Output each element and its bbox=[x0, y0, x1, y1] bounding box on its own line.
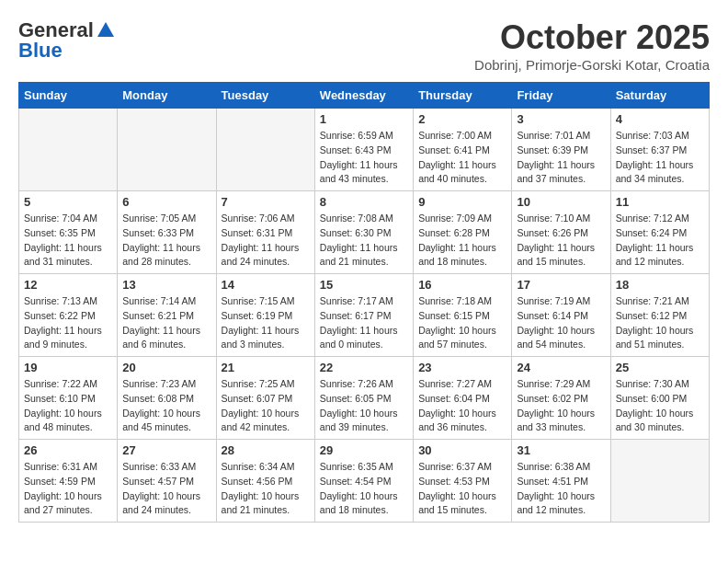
month-title: October 2025 bbox=[474, 18, 710, 57]
day-info: Sunrise: 7:26 AM Sunset: 6:05 PM Dayligh… bbox=[320, 377, 408, 435]
day-info: Sunrise: 7:22 AM Sunset: 6:10 PM Dayligh… bbox=[24, 377, 112, 435]
day-number: 23 bbox=[418, 361, 506, 374]
day-info: Sunrise: 7:10 AM Sunset: 6:26 PM Dayligh… bbox=[517, 212, 605, 270]
calendar-cell: 25Sunrise: 7:30 AM Sunset: 6:00 PM Dayli… bbox=[610, 357, 709, 440]
day-header-thursday: Thursday bbox=[414, 83, 512, 109]
day-number: 7 bbox=[222, 195, 310, 209]
day-number: 16 bbox=[418, 278, 506, 292]
calendar-cell: 20Sunrise: 7:23 AM Sunset: 6:08 PM Dayli… bbox=[118, 357, 216, 440]
calendar-cell: 19Sunrise: 7:22 AM Sunset: 6:10 PM Dayli… bbox=[19, 357, 118, 440]
calendar-body: 1Sunrise: 6:59 AM Sunset: 6:43 PM Daylig… bbox=[19, 109, 710, 523]
day-info: Sunrise: 7:09 AM Sunset: 6:28 PM Dayligh… bbox=[418, 212, 506, 270]
day-info: Sunrise: 7:15 AM Sunset: 6:19 PM Dayligh… bbox=[222, 294, 310, 352]
day-number: 5 bbox=[24, 195, 112, 209]
day-info: Sunrise: 7:27 AM Sunset: 6:04 PM Dayligh… bbox=[418, 377, 506, 435]
day-info: Sunrise: 7:29 AM Sunset: 6:02 PM Dayligh… bbox=[517, 377, 605, 435]
calendar-cell: 13Sunrise: 7:14 AM Sunset: 6:21 PM Dayli… bbox=[118, 274, 216, 357]
page-header: General Blue October 2025 Dobrinj, Primo… bbox=[18, 18, 710, 73]
calendar-week-1: 1Sunrise: 6:59 AM Sunset: 6:43 PM Daylig… bbox=[19, 109, 710, 191]
calendar-cell: 2Sunrise: 7:00 AM Sunset: 6:41 PM Daylig… bbox=[414, 109, 512, 191]
day-number: 10 bbox=[517, 195, 605, 209]
calendar-cell: 17Sunrise: 7:19 AM Sunset: 6:14 PM Dayli… bbox=[512, 274, 610, 357]
day-number: 6 bbox=[122, 195, 210, 209]
day-number: 4 bbox=[616, 112, 704, 126]
calendar-cell: 15Sunrise: 7:17 AM Sunset: 6:17 PM Dayli… bbox=[314, 274, 413, 357]
calendar-cell: 8Sunrise: 7:08 AM Sunset: 6:30 PM Daylig… bbox=[314, 191, 413, 274]
calendar-cell: 4Sunrise: 7:03 AM Sunset: 6:37 PM Daylig… bbox=[610, 109, 709, 191]
calendar-table: SundayMondayTuesdayWednesdayThursdayFrid… bbox=[18, 82, 710, 523]
calendar-header-row: SundayMondayTuesdayWednesdayThursdayFrid… bbox=[19, 83, 710, 109]
day-info: Sunrise: 6:33 AM Sunset: 4:57 PM Dayligh… bbox=[122, 460, 210, 518]
day-number: 18 bbox=[616, 278, 704, 292]
calendar-cell: 24Sunrise: 7:29 AM Sunset: 6:02 PM Dayli… bbox=[512, 357, 610, 440]
day-number: 21 bbox=[222, 361, 310, 374]
calendar-cell: 1Sunrise: 6:59 AM Sunset: 6:43 PM Daylig… bbox=[314, 109, 413, 191]
calendar-cell: 11Sunrise: 7:12 AM Sunset: 6:24 PM Dayli… bbox=[610, 191, 709, 274]
svg-marker-0 bbox=[97, 22, 114, 37]
calendar-cell: 23Sunrise: 7:27 AM Sunset: 6:04 PM Dayli… bbox=[414, 357, 512, 440]
day-number: 22 bbox=[320, 361, 408, 374]
day-header-wednesday: Wednesday bbox=[314, 83, 413, 109]
day-header-friday: Friday bbox=[512, 83, 610, 109]
day-header-tuesday: Tuesday bbox=[216, 83, 314, 109]
calendar-cell: 6Sunrise: 7:05 AM Sunset: 6:33 PM Daylig… bbox=[118, 191, 216, 274]
day-info: Sunrise: 7:00 AM Sunset: 6:41 PM Dayligh… bbox=[418, 129, 506, 187]
day-header-sunday: Sunday bbox=[19, 83, 118, 109]
day-number: 8 bbox=[320, 195, 408, 209]
day-number: 11 bbox=[616, 195, 704, 209]
calendar-cell: 3Sunrise: 7:01 AM Sunset: 6:39 PM Daylig… bbox=[512, 109, 610, 191]
day-info: Sunrise: 6:37 AM Sunset: 4:53 PM Dayligh… bbox=[418, 460, 506, 518]
calendar-week-5: 26Sunrise: 6:31 AM Sunset: 4:59 PM Dayli… bbox=[19, 440, 710, 523]
day-info: Sunrise: 7:05 AM Sunset: 6:33 PM Dayligh… bbox=[122, 212, 210, 270]
calendar-cell bbox=[19, 109, 118, 191]
day-info: Sunrise: 7:21 AM Sunset: 6:12 PM Dayligh… bbox=[616, 294, 704, 352]
calendar-cell: 12Sunrise: 7:13 AM Sunset: 6:22 PM Dayli… bbox=[19, 274, 118, 357]
day-info: Sunrise: 7:06 AM Sunset: 6:31 PM Dayligh… bbox=[222, 212, 310, 270]
day-info: Sunrise: 7:01 AM Sunset: 6:39 PM Dayligh… bbox=[517, 129, 605, 187]
day-info: Sunrise: 6:59 AM Sunset: 6:43 PM Dayligh… bbox=[320, 129, 408, 187]
day-info: Sunrise: 6:34 AM Sunset: 4:56 PM Dayligh… bbox=[222, 460, 310, 518]
calendar-cell: 26Sunrise: 6:31 AM Sunset: 4:59 PM Dayli… bbox=[19, 440, 118, 523]
day-number: 30 bbox=[418, 443, 506, 457]
calendar-cell bbox=[216, 109, 314, 191]
calendar-cell: 18Sunrise: 7:21 AM Sunset: 6:12 PM Dayli… bbox=[610, 274, 709, 357]
day-number: 15 bbox=[320, 278, 408, 292]
calendar-cell: 9Sunrise: 7:09 AM Sunset: 6:28 PM Daylig… bbox=[414, 191, 512, 274]
day-number: 1 bbox=[320, 112, 408, 126]
calendar-cell: 31Sunrise: 6:38 AM Sunset: 4:51 PM Dayli… bbox=[512, 440, 610, 523]
day-info: Sunrise: 7:23 AM Sunset: 6:08 PM Dayligh… bbox=[122, 377, 210, 435]
day-number: 31 bbox=[517, 443, 605, 457]
day-info: Sunrise: 7:30 AM Sunset: 6:00 PM Dayligh… bbox=[616, 377, 704, 435]
day-number: 9 bbox=[418, 195, 506, 209]
day-number: 20 bbox=[122, 361, 210, 374]
day-number: 19 bbox=[24, 361, 112, 374]
calendar-week-4: 19Sunrise: 7:22 AM Sunset: 6:10 PM Dayli… bbox=[19, 357, 710, 440]
day-number: 29 bbox=[320, 443, 408, 457]
day-info: Sunrise: 7:04 AM Sunset: 6:35 PM Dayligh… bbox=[24, 212, 112, 270]
day-header-monday: Monday bbox=[118, 83, 216, 109]
day-info: Sunrise: 7:13 AM Sunset: 6:22 PM Dayligh… bbox=[24, 294, 112, 352]
calendar-cell: 22Sunrise: 7:26 AM Sunset: 6:05 PM Dayli… bbox=[314, 357, 413, 440]
day-info: Sunrise: 7:03 AM Sunset: 6:37 PM Dayligh… bbox=[616, 129, 704, 187]
day-number: 3 bbox=[517, 112, 605, 126]
calendar-cell bbox=[118, 109, 216, 191]
day-info: Sunrise: 6:35 AM Sunset: 4:54 PM Dayligh… bbox=[320, 460, 408, 518]
calendar-cell: 10Sunrise: 7:10 AM Sunset: 6:26 PM Dayli… bbox=[512, 191, 610, 274]
calendar-cell: 30Sunrise: 6:37 AM Sunset: 4:53 PM Dayli… bbox=[414, 440, 512, 523]
calendar-week-2: 5Sunrise: 7:04 AM Sunset: 6:35 PM Daylig… bbox=[19, 191, 710, 274]
logo-blue: Blue bbox=[18, 39, 63, 63]
calendar-cell: 7Sunrise: 7:06 AM Sunset: 6:31 PM Daylig… bbox=[216, 191, 314, 274]
calendar-week-3: 12Sunrise: 7:13 AM Sunset: 6:22 PM Dayli… bbox=[19, 274, 710, 357]
day-info: Sunrise: 6:38 AM Sunset: 4:51 PM Dayligh… bbox=[517, 460, 605, 518]
logo-icon bbox=[96, 20, 116, 40]
day-info: Sunrise: 7:19 AM Sunset: 6:14 PM Dayligh… bbox=[517, 294, 605, 352]
calendar-cell: 28Sunrise: 6:34 AM Sunset: 4:56 PM Dayli… bbox=[216, 440, 314, 523]
day-number: 14 bbox=[222, 278, 310, 292]
location: Dobrinj, Primorje-Gorski Kotar, Croatia bbox=[474, 57, 710, 73]
day-info: Sunrise: 7:18 AM Sunset: 6:15 PM Dayligh… bbox=[418, 294, 506, 352]
day-number: 17 bbox=[517, 278, 605, 292]
day-number: 27 bbox=[122, 443, 210, 457]
day-info: Sunrise: 7:08 AM Sunset: 6:30 PM Dayligh… bbox=[320, 212, 408, 270]
day-number: 24 bbox=[517, 361, 605, 374]
day-info: Sunrise: 6:31 AM Sunset: 4:59 PM Dayligh… bbox=[24, 460, 112, 518]
